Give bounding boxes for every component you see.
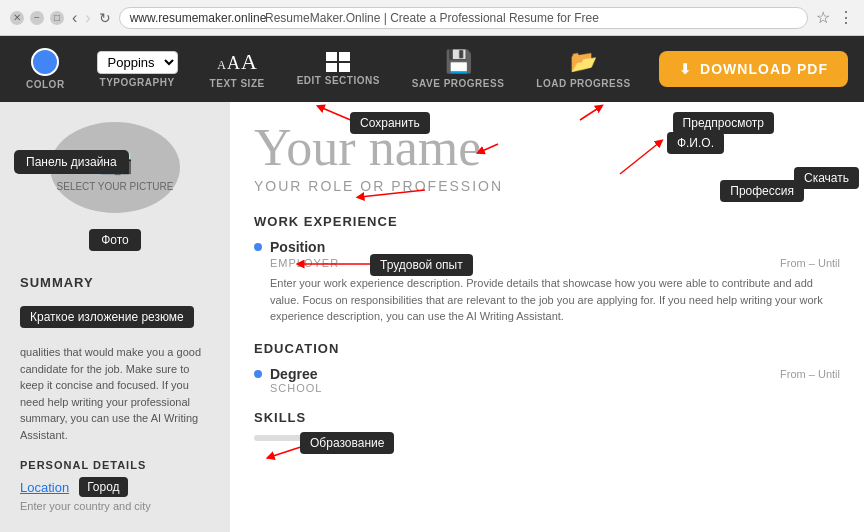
skills-title: SKILLS: [254, 410, 840, 425]
color-tool[interactable]: COLOR: [16, 44, 75, 94]
page-title: ResumeMaker.Online | Create a Profession…: [265, 11, 599, 25]
school-label: SCHOOL: [270, 382, 840, 394]
typography-tool[interactable]: Poppins TYPOGRAPHY: [87, 47, 188, 92]
employer-label: EMPLOYER: [270, 257, 339, 269]
photo-label: Фото: [89, 229, 141, 251]
save-progress-tool[interactable]: 💾 SAVE PROGRESS: [402, 45, 514, 93]
load-icon: 📂: [570, 49, 597, 75]
load-progress-tool[interactable]: 📂 LOAD PROGRESS: [526, 45, 640, 93]
edu-bullet: [254, 370, 262, 378]
typography-label: TYPOGRAPHY: [100, 77, 175, 88]
personal-details-section: PERSONAL DETAILS Location Город Enter yo…: [20, 459, 210, 512]
work-position[interactable]: Position: [254, 239, 840, 255]
minimize-button[interactable]: −: [30, 11, 44, 25]
degree-label[interactable]: Degree: [270, 366, 317, 382]
personal-title: PERSONAL DETAILS: [20, 459, 210, 471]
panel-annotation: Панель дизайна: [14, 150, 129, 174]
text-size-icon: A A A: [217, 49, 257, 75]
edit-sections-tool[interactable]: EDIT SECTIONS: [287, 48, 390, 90]
summary-section-title: SUMMARY: [20, 275, 94, 290]
design-toolbar: COLOR Poppins TYPOGRAPHY A A A TEXT SIZE…: [0, 36, 864, 102]
font-select[interactable]: Poppins: [97, 51, 178, 74]
resume-area: Панель дизайна 📷 SELECT YOUR PICTURE Фот…: [0, 102, 864, 532]
location-hint: Enter your country and city: [20, 500, 210, 512]
city-annotation: Город: [79, 477, 127, 497]
save-icon: 💾: [445, 49, 472, 75]
summary-text: qualities that would make you a good can…: [20, 344, 210, 443]
edit-sections-icon: [326, 52, 350, 72]
download-icon: ⬇: [679, 61, 692, 77]
work-item: Position EMPLOYER From – Until Enter you…: [254, 239, 840, 325]
work-dates: From – Until: [780, 257, 840, 269]
browser-chrome: ✕ − □ ‹ › ↻ www.resumemaker.online Resum…: [0, 0, 864, 36]
work-exp-annotation: Трудовой опыт: [370, 254, 473, 276]
menu-icon[interactable]: ⋮: [838, 8, 854, 27]
resume-main: Сохранить Ф.И.О. Профессия Трудовой опыт…: [230, 102, 864, 532]
education-section: EDUCATION Degree From – Until SCHOOL: [254, 341, 840, 394]
color-circle: [31, 48, 59, 76]
edit-sections-label: EDIT SECTIONS: [297, 75, 380, 86]
window-controls[interactable]: ✕ − □: [10, 11, 64, 25]
download-label: DOWNLOAD PDF: [700, 61, 828, 77]
summary-annotation: Краткое изложение резюме: [20, 306, 194, 328]
name-annotation: Ф.И.О.: [667, 132, 724, 154]
save-annotation: Сохранить: [350, 112, 430, 134]
star-icon[interactable]: ☆: [816, 8, 830, 27]
close-button[interactable]: ✕: [10, 11, 24, 25]
edu-item: Degree: [254, 366, 317, 382]
edu-section-title: EDUCATION: [254, 341, 840, 356]
location-link[interactable]: Location: [20, 480, 69, 495]
text-size-tool[interactable]: A A A TEXT SIZE: [200, 45, 275, 93]
save-label: SAVE PROGRESS: [412, 78, 504, 89]
back-button[interactable]: ‹: [72, 9, 77, 27]
work-section-title: WORK EXPERIENCE: [254, 214, 840, 229]
profession-annotation: Профессия: [720, 180, 804, 202]
refresh-button[interactable]: ↻: [99, 10, 111, 26]
page-wrapper: COLOR Poppins TYPOGRAPHY A A A TEXT SIZE…: [0, 36, 864, 532]
download-annotation: Скачать: [794, 167, 859, 189]
download-pdf-button[interactable]: ⬇ DOWNLOAD PDF: [659, 51, 848, 87]
text-size-label: TEXT SIZE: [210, 78, 265, 89]
svg-line-5: [580, 107, 600, 120]
edu-dates: From – Until: [780, 368, 840, 380]
work-bullet: [254, 243, 262, 251]
position-label: Position: [270, 239, 325, 255]
select-picture-text: SELECT YOUR PICTURE: [57, 181, 174, 192]
work-description[interactable]: Enter your work experience description. …: [270, 275, 840, 325]
color-label: COLOR: [26, 79, 65, 90]
forward-button[interactable]: ›: [85, 9, 90, 27]
education-annotation: Образование: [300, 432, 394, 454]
load-label: LOAD PROGRESS: [536, 78, 630, 89]
preview-annotation: Предпросмотр: [673, 112, 774, 134]
maximize-button[interactable]: □: [50, 11, 64, 25]
